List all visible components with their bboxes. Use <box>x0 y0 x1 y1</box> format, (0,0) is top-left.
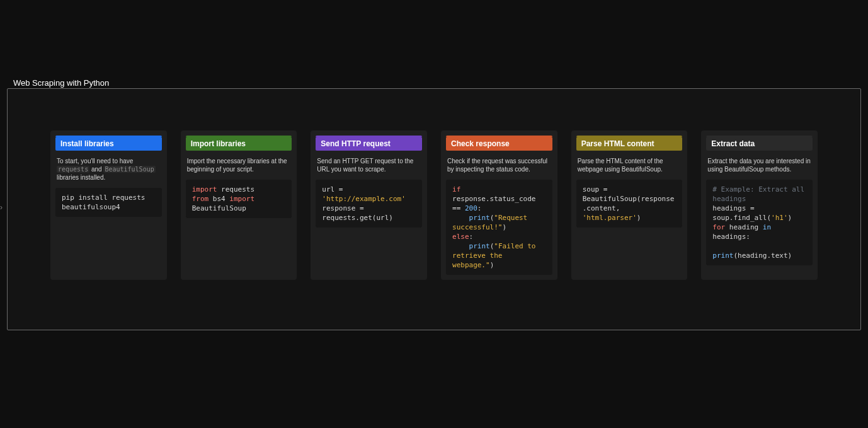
page-title: Web Scraping with Python <box>13 78 109 88</box>
card-description: Extract the data you are interested in u… <box>706 157 813 180</box>
main-panel: Install librariesTo start, you'll need t… <box>7 88 861 330</box>
card-description: Import the necessary libraries at the be… <box>186 157 292 180</box>
code-block: soup = BeautifulSoup(response.content, '… <box>576 180 683 228</box>
card-description: To start, you'll need to have requests a… <box>55 157 162 188</box>
code-block: pip install requests beautifulsoup4 <box>55 188 162 217</box>
step-card[interactable]: Check responseCheck if the request was s… <box>441 130 557 280</box>
card-header: Install libraries <box>55 137 162 151</box>
card-description: Send an HTTP GET request to the URL you … <box>316 157 422 180</box>
card-header: Import libraries <box>186 137 292 151</box>
card-header: Parse HTML content <box>576 137 683 151</box>
step-card[interactable]: Extract dataExtract the data you are int… <box>701 130 818 280</box>
step-card[interactable]: Import librariesImport the necessary lib… <box>181 130 297 280</box>
step-card[interactable]: Send HTTP requestSend an HTTP GET reques… <box>311 130 427 280</box>
card-description: Parse the HTML content of the webpage us… <box>576 157 683 180</box>
cards-row: Install librariesTo start, you'll need t… <box>8 89 860 280</box>
card-header: Check response <box>446 137 552 151</box>
card-description: Check if the request was successful by i… <box>446 157 552 180</box>
code-block: if response.status_code == 200: print("R… <box>446 180 552 275</box>
expand-arrow-icon[interactable]: › <box>0 203 3 212</box>
code-block: import requests from bs4 import Beautifu… <box>186 180 292 218</box>
code-block: # Example: Extract all headings headings… <box>706 180 813 265</box>
code-block: url = 'http://example.com' response = re… <box>316 180 422 228</box>
card-header: Send HTTP request <box>316 137 422 151</box>
step-card[interactable]: Install librariesTo start, you'll need t… <box>50 130 167 280</box>
card-header: Extract data <box>706 137 813 151</box>
step-card[interactable]: Parse HTML contentParse the HTML content… <box>571 130 688 280</box>
